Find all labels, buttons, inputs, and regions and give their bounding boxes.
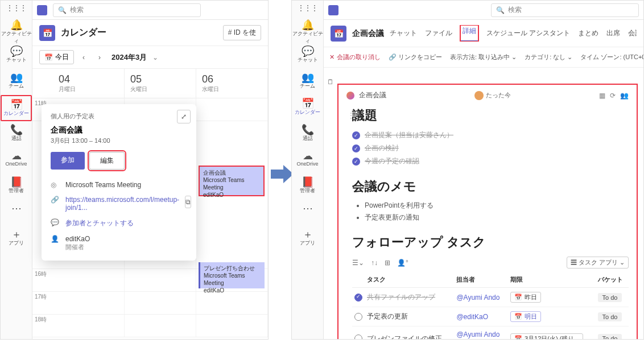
rail-chat[interactable]: 💬チャット [1,43,32,69]
task-bucket[interactable]: To do [598,293,622,302]
search-input[interactable]: 🔍検索 [53,3,201,17]
task-check[interactable] [354,313,362,321]
copy-link-button[interactable]: ⧉ [185,196,191,208]
tab-attendance[interactable]: 出席 [606,28,620,38]
grid-icon[interactable]: ▦ [599,92,605,100]
more-icon: ⋯ [1,203,32,213]
task-row[interactable]: 共有ファイルのアップ @Ayumi Ando 📅 昨日 To do [352,288,629,307]
people-icon: 👥 [292,72,323,82]
rail-calls[interactable]: 📞通話 [292,121,323,147]
filter-icon[interactable]: ☰⌄ [352,259,364,267]
note-item[interactable]: PowerPointを利用する [365,200,629,212]
event-owner: editKaO [204,287,261,294]
today-button[interactable]: 📅今日 [39,50,74,64]
task-assignee[interactable]: @editKaO [456,313,488,321]
day-header[interactable]: 05火曜日 [125,69,196,98]
event-sub: Microsoft Teams Meeting [204,272,261,287]
task-check[interactable] [354,294,362,302]
rail-onedrive[interactable]: ☁OneDrive [292,147,323,174]
day-header[interactable]: 06水曜日 [196,69,268,98]
join-with-id-button[interactable]: # ID を使 [223,25,261,40]
sort-icon[interactable]: ↑↓ [371,259,378,267]
rail-chat[interactable]: 💬チャット [292,43,323,69]
task-row[interactable]: 予定表の更新 @editKaO 📅 明日 To do [352,307,629,327]
copy-link-button[interactable]: 🔗 リンクをコピー [389,53,442,61]
title-bar: 🔍検索 [32,1,268,20]
rail-activity[interactable]: 🔔アクティビティ [1,16,32,43]
rail-apps[interactable]: ＋アプリ [1,226,32,252]
rail-calendar[interactable]: 📅カレンダー [292,95,323,121]
person-filter-icon[interactable]: 👤° [397,259,408,267]
waffle-icon[interactable]: ⋮⋮⋮ [292,1,323,16]
tab-files[interactable]: ファイル [425,28,452,38]
task-due[interactable]: 📅 3月12日(火) (残り... [510,333,584,340]
task-row[interactable]: プレゼンファイルの修正 @Ayumi Ando@editKaO 📅 3月12日(… [352,327,629,340]
agenda-item[interactable]: ✓企画提案（担当は安藤さん） [352,129,629,142]
task-assignee[interactable]: @Ayumi Ando [456,331,499,338]
day-of-week: 火曜日 [130,85,190,93]
tab-recap[interactable]: まとめ [578,28,598,38]
task-bucket[interactable]: To do [598,312,622,321]
prev-button[interactable]: ‹ [77,53,90,61]
rail-admin[interactable]: 📕管理者 [292,174,323,200]
agenda-item[interactable]: ✓今週の予定の確認 [352,155,629,168]
col-due: 期限 [508,272,596,288]
rail-more[interactable]: ⋯ [1,200,32,226]
check-icon[interactable]: ✓ [352,144,360,152]
task-due[interactable]: 📅 昨日 [510,292,541,303]
search-icon: 🔍 [496,6,505,14]
drag-handle-icon[interactable]: ⋮⋮ [348,112,361,119]
check-icon[interactable]: ✓ [352,131,360,139]
rail-calls[interactable]: 📞通話 [1,121,32,147]
next-button[interactable]: › [93,53,106,61]
edit-button[interactable]: 編集 [89,152,125,170]
tab-details[interactable]: 詳細 [460,25,478,42]
popup-chat-link[interactable]: 参加者とチャットする [65,218,134,228]
expand-button[interactable]: ⤢ [177,110,191,123]
note-item[interactable]: 予定表更新の通知 [365,212,629,224]
task-due[interactable]: 📅 明日 [510,311,541,322]
hour-label: 17時 [32,292,53,314]
popup-link[interactable]: https://teams.microsoft.com/l/meetup-joi… [65,196,179,212]
hour-label: 18時 [32,315,53,337]
tab-chat[interactable]: チャット [390,28,417,38]
day-header[interactable]: 04月曜日 [53,69,125,98]
people-icon[interactable]: 👥 [620,92,629,100]
tab-scheduling[interactable]: スケジュール アシスタント [486,28,570,38]
rail-onedrive[interactable]: ☁OneDrive [1,147,32,174]
share-icon[interactable]: ⟳ [610,92,616,100]
rail-activity[interactable]: 🔔アクティビティ [292,16,323,43]
agenda-item[interactable]: ✓企画の検討 [352,142,629,155]
rail-admin[interactable]: 📕管理者 [1,174,32,200]
event-presentation[interactable]: プレゼン打ち合わせ Microsoft Teams Meeting editKa… [199,262,265,288]
search-input[interactable]: 🔍検索 [491,3,639,17]
task-check[interactable] [354,335,362,339]
day-number: 05 [130,73,190,85]
join-button[interactable]: 参加 [51,152,85,170]
chevron-down-icon[interactable]: ⌄ [152,53,158,61]
rail-calendar[interactable]: 📅カレンダー [1,95,32,121]
presence-label: たった今 [486,91,511,100]
category-dropdown[interactable]: カテゴリ: なし ⌄ [525,53,572,61]
task-bucket[interactable]: To do [598,334,622,339]
task-assignee[interactable]: @editKaO [456,338,488,339]
rail-more[interactable]: ⋯ [292,200,323,226]
group-icon[interactable]: ⊞ [385,259,390,267]
event-meeting[interactable]: 企画会議 Microsoft Teams Meeting editKaO [199,166,265,196]
copy-icon: ⧉ [185,198,191,206]
task-app-button[interactable]: ☰ タスク アプリ ⌄ [567,257,629,269]
cancel-meeting-button[interactable]: ✕会議の取り消し [329,53,381,61]
timezone-dropdown[interactable]: タイム ゾーン: (UTC+09:00) 大阪、札幌、東京 ⌄ [580,53,643,61]
waffle-icon[interactable]: ⋮⋮⋮ [1,1,32,16]
task-assignee[interactable]: @Ayumi Ando [456,294,499,302]
tab-whiteboard[interactable]: 会議ホワイトボード [628,28,637,38]
check-icon[interactable]: ✓ [352,158,360,166]
rail-apps[interactable]: ＋アプリ [292,226,323,252]
rail-teams[interactable]: 👥チーム [292,69,323,95]
event-title: 企画会議 [203,169,260,176]
popup-title: 企画会議 [51,125,187,135]
rail-teams[interactable]: 👥チーム [1,69,32,95]
show-as-dropdown[interactable]: 表示方法: 取り込み中 ⌄ [450,53,517,61]
bell-icon: 🔔 [1,20,32,30]
rail-label: チーム [292,82,323,90]
